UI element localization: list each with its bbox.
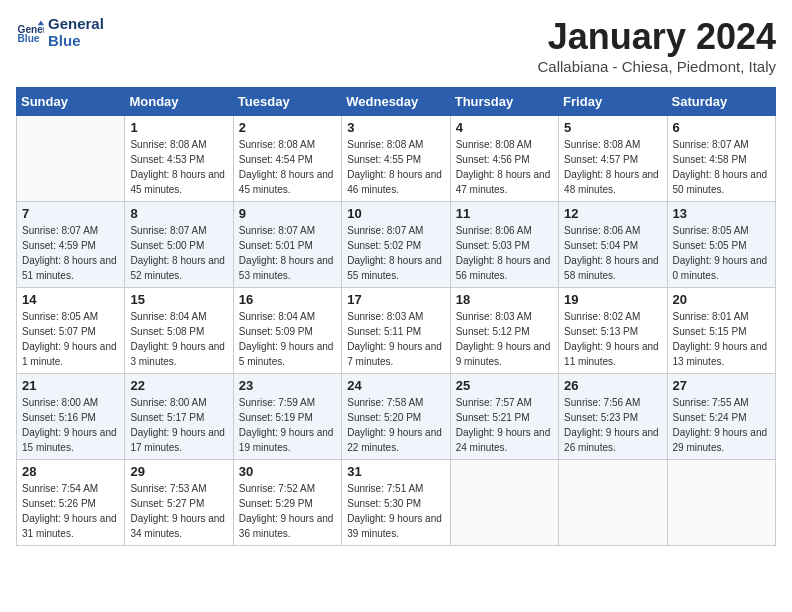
calendar-week-row: 21Sunrise: 8:00 AMSunset: 5:16 PMDayligh… xyxy=(17,374,776,460)
calendar-cell: 23Sunrise: 7:59 AMSunset: 5:19 PMDayligh… xyxy=(233,374,341,460)
calendar-cell: 27Sunrise: 7:55 AMSunset: 5:24 PMDayligh… xyxy=(667,374,775,460)
day-info: Sunrise: 8:08 AMSunset: 4:57 PMDaylight:… xyxy=(564,137,661,197)
day-info: Sunrise: 8:07 AMSunset: 4:59 PMDaylight:… xyxy=(22,223,119,283)
logo-line2: Blue xyxy=(48,33,104,50)
calendar-cell: 9Sunrise: 8:07 AMSunset: 5:01 PMDaylight… xyxy=(233,202,341,288)
day-info: Sunrise: 8:07 AMSunset: 4:58 PMDaylight:… xyxy=(673,137,770,197)
day-info: Sunrise: 8:03 AMSunset: 5:11 PMDaylight:… xyxy=(347,309,444,369)
svg-text:Blue: Blue xyxy=(18,33,40,44)
day-info: Sunrise: 7:52 AMSunset: 5:29 PMDaylight:… xyxy=(239,481,336,541)
day-number: 20 xyxy=(673,292,770,307)
calendar-cell: 22Sunrise: 8:00 AMSunset: 5:17 PMDayligh… xyxy=(125,374,233,460)
day-number: 27 xyxy=(673,378,770,393)
day-info: Sunrise: 8:08 AMSunset: 4:54 PMDaylight:… xyxy=(239,137,336,197)
weekday-header: Sunday xyxy=(17,88,125,116)
day-number: 10 xyxy=(347,206,444,221)
calendar-cell: 1Sunrise: 8:08 AMSunset: 4:53 PMDaylight… xyxy=(125,116,233,202)
day-info: Sunrise: 8:07 AMSunset: 5:00 PMDaylight:… xyxy=(130,223,227,283)
day-info: Sunrise: 8:08 AMSunset: 4:55 PMDaylight:… xyxy=(347,137,444,197)
day-number: 8 xyxy=(130,206,227,221)
logo-icon: General Blue xyxy=(16,19,44,47)
calendar-cell: 2Sunrise: 8:08 AMSunset: 4:54 PMDaylight… xyxy=(233,116,341,202)
calendar-cell: 5Sunrise: 8:08 AMSunset: 4:57 PMDaylight… xyxy=(559,116,667,202)
calendar-cell: 3Sunrise: 8:08 AMSunset: 4:55 PMDaylight… xyxy=(342,116,450,202)
page-header: General Blue General Blue January 2024 C… xyxy=(16,16,776,75)
calendar-cell: 12Sunrise: 8:06 AMSunset: 5:04 PMDayligh… xyxy=(559,202,667,288)
day-info: Sunrise: 8:03 AMSunset: 5:12 PMDaylight:… xyxy=(456,309,553,369)
day-info: Sunrise: 8:06 AMSunset: 5:03 PMDaylight:… xyxy=(456,223,553,283)
weekday-header: Tuesday xyxy=(233,88,341,116)
day-number: 2 xyxy=(239,120,336,135)
day-info: Sunrise: 7:53 AMSunset: 5:27 PMDaylight:… xyxy=(130,481,227,541)
calendar-cell: 15Sunrise: 8:04 AMSunset: 5:08 PMDayligh… xyxy=(125,288,233,374)
day-info: Sunrise: 8:02 AMSunset: 5:13 PMDaylight:… xyxy=(564,309,661,369)
calendar-cell: 19Sunrise: 8:02 AMSunset: 5:13 PMDayligh… xyxy=(559,288,667,374)
day-number: 21 xyxy=(22,378,119,393)
calendar-cell xyxy=(667,460,775,546)
day-info: Sunrise: 7:59 AMSunset: 5:19 PMDaylight:… xyxy=(239,395,336,455)
day-number: 13 xyxy=(673,206,770,221)
day-info: Sunrise: 8:05 AMSunset: 5:05 PMDaylight:… xyxy=(673,223,770,283)
calendar-cell: 8Sunrise: 8:07 AMSunset: 5:00 PMDaylight… xyxy=(125,202,233,288)
calendar-cell: 25Sunrise: 7:57 AMSunset: 5:21 PMDayligh… xyxy=(450,374,558,460)
day-number: 25 xyxy=(456,378,553,393)
day-number: 18 xyxy=(456,292,553,307)
day-info: Sunrise: 8:06 AMSunset: 5:04 PMDaylight:… xyxy=(564,223,661,283)
day-number: 1 xyxy=(130,120,227,135)
day-number: 29 xyxy=(130,464,227,479)
title-area: January 2024 Callabiana - Chiesa, Piedmo… xyxy=(538,16,776,75)
day-number: 11 xyxy=(456,206,553,221)
calendar-cell xyxy=(17,116,125,202)
weekday-header-row: SundayMondayTuesdayWednesdayThursdayFrid… xyxy=(17,88,776,116)
day-info: Sunrise: 8:08 AMSunset: 4:53 PMDaylight:… xyxy=(130,137,227,197)
weekday-header: Wednesday xyxy=(342,88,450,116)
day-number: 31 xyxy=(347,464,444,479)
day-info: Sunrise: 8:07 AMSunset: 5:02 PMDaylight:… xyxy=(347,223,444,283)
day-number: 15 xyxy=(130,292,227,307)
calendar-cell: 13Sunrise: 8:05 AMSunset: 5:05 PMDayligh… xyxy=(667,202,775,288)
day-number: 17 xyxy=(347,292,444,307)
calendar-week-row: 7Sunrise: 8:07 AMSunset: 4:59 PMDaylight… xyxy=(17,202,776,288)
day-number: 16 xyxy=(239,292,336,307)
day-number: 9 xyxy=(239,206,336,221)
day-info: Sunrise: 8:00 AMSunset: 5:17 PMDaylight:… xyxy=(130,395,227,455)
day-number: 28 xyxy=(22,464,119,479)
day-number: 7 xyxy=(22,206,119,221)
day-number: 26 xyxy=(564,378,661,393)
calendar-week-row: 1Sunrise: 8:08 AMSunset: 4:53 PMDaylight… xyxy=(17,116,776,202)
calendar-cell: 18Sunrise: 8:03 AMSunset: 5:12 PMDayligh… xyxy=(450,288,558,374)
calendar-subtitle: Callabiana - Chiesa, Piedmont, Italy xyxy=(538,58,776,75)
day-number: 24 xyxy=(347,378,444,393)
calendar-cell: 31Sunrise: 7:51 AMSunset: 5:30 PMDayligh… xyxy=(342,460,450,546)
day-number: 12 xyxy=(564,206,661,221)
calendar-cell: 29Sunrise: 7:53 AMSunset: 5:27 PMDayligh… xyxy=(125,460,233,546)
day-info: Sunrise: 7:57 AMSunset: 5:21 PMDaylight:… xyxy=(456,395,553,455)
calendar-cell: 11Sunrise: 8:06 AMSunset: 5:03 PMDayligh… xyxy=(450,202,558,288)
day-info: Sunrise: 8:07 AMSunset: 5:01 PMDaylight:… xyxy=(239,223,336,283)
day-info: Sunrise: 8:04 AMSunset: 5:09 PMDaylight:… xyxy=(239,309,336,369)
calendar-cell: 24Sunrise: 7:58 AMSunset: 5:20 PMDayligh… xyxy=(342,374,450,460)
calendar-cell: 7Sunrise: 8:07 AMSunset: 4:59 PMDaylight… xyxy=(17,202,125,288)
calendar-cell: 17Sunrise: 8:03 AMSunset: 5:11 PMDayligh… xyxy=(342,288,450,374)
calendar-week-row: 14Sunrise: 8:05 AMSunset: 5:07 PMDayligh… xyxy=(17,288,776,374)
calendar-table: SundayMondayTuesdayWednesdayThursdayFrid… xyxy=(16,87,776,546)
calendar-cell: 21Sunrise: 8:00 AMSunset: 5:16 PMDayligh… xyxy=(17,374,125,460)
calendar-week-row: 28Sunrise: 7:54 AMSunset: 5:26 PMDayligh… xyxy=(17,460,776,546)
day-info: Sunrise: 7:55 AMSunset: 5:24 PMDaylight:… xyxy=(673,395,770,455)
day-number: 23 xyxy=(239,378,336,393)
day-info: Sunrise: 8:00 AMSunset: 5:16 PMDaylight:… xyxy=(22,395,119,455)
calendar-cell: 20Sunrise: 8:01 AMSunset: 5:15 PMDayligh… xyxy=(667,288,775,374)
calendar-cell xyxy=(450,460,558,546)
weekday-header: Friday xyxy=(559,88,667,116)
day-info: Sunrise: 8:01 AMSunset: 5:15 PMDaylight:… xyxy=(673,309,770,369)
calendar-cell: 4Sunrise: 8:08 AMSunset: 4:56 PMDaylight… xyxy=(450,116,558,202)
day-number: 22 xyxy=(130,378,227,393)
day-number: 6 xyxy=(673,120,770,135)
day-number: 14 xyxy=(22,292,119,307)
weekday-header: Monday xyxy=(125,88,233,116)
calendar-cell: 28Sunrise: 7:54 AMSunset: 5:26 PMDayligh… xyxy=(17,460,125,546)
day-info: Sunrise: 7:54 AMSunset: 5:26 PMDaylight:… xyxy=(22,481,119,541)
weekday-header: Thursday xyxy=(450,88,558,116)
calendar-title: January 2024 xyxy=(538,16,776,58)
day-number: 3 xyxy=(347,120,444,135)
